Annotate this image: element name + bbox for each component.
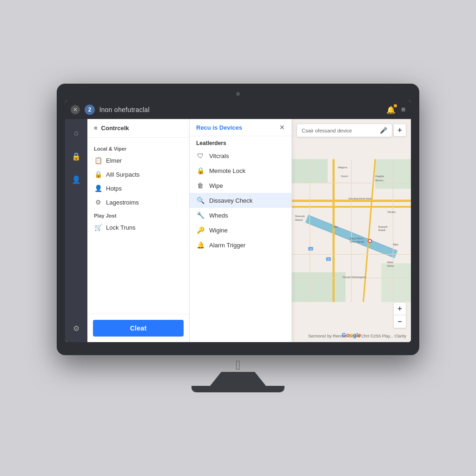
group-label-play: Play Jost [87,209,189,220]
topbar-icons: 🔔 ≡ [386,106,405,114]
notification-icon[interactable]: 🔔 [386,106,396,114]
svg-text:Sanodng-brentn bnop: Sanodng-brentn bnop [349,197,372,200]
lagestroims-label: Lagestroims [106,199,139,206]
cleat-button[interactable]: Cleat [93,320,184,337]
svg-text:Magora: Magora [338,166,347,169]
list-item-lagestroims[interactable]: ⚙ Lagestroims [87,195,189,209]
badge: 2 [85,105,95,115]
monitor-wrap: ✕ 2 lnon ohefutraclal 🔔 ≡ ⌂ 🔒 [57,84,419,392]
svg-point-33 [369,240,371,242]
list-item-surpacts[interactable]: 🔒 Alll Surpacts [87,167,189,181]
svg-text:Treihales: Treihales [387,211,396,213]
app-content: ⌂ 🔒 👤 ⚙ ≡ Contrcelk Local & Viper 📋 [65,119,411,342]
vitcrals-icon: 🛡 [196,152,205,159]
command-wigine[interactable]: 🔑 Wigine [190,223,291,238]
svg-rect-3 [292,272,345,302]
command-section-label: Leatlerders [190,136,291,148]
apple-logo:  [236,358,240,373]
sidebar-icons: ⌂ 🔒 👤 ⚙ [65,119,87,342]
zoom-out-button[interactable]: − [393,315,406,328]
left-panel-footer: Cleat [87,314,189,342]
page-title: lnon ohefutraclal [99,106,382,113]
command-wipe[interactable]: 🗑 Wipe [190,178,291,193]
topbar: ✕ 2 lnon ohefutraclal 🔔 ≡ [65,100,411,119]
dissavey-check-icon: 🔍 [196,197,205,204]
svg-text:Shennely: Shennely [295,215,305,218]
list-item-hotps[interactable]: 👤 Hotps [87,181,189,195]
wheds-label: Wheds [209,212,228,219]
lagestroims-icon: ⚙ [94,198,102,206]
svg-text:Derley: Derley [387,264,394,267]
sidebar-item-settings[interactable]: ⚙ [69,321,84,336]
left-panel-header: ≡ Contrcelk [87,119,189,138]
command-dissavey-check[interactable]: 🔍 Dissavey Check [190,193,291,208]
map-zoom-controls-top: + [393,124,406,137]
sidebar-item-person[interactable]: 👤 [69,172,84,187]
map-container: Magora Shennely Sleanol Sanodng-brentn b… [292,119,411,342]
menu-icon[interactable]: ≡ [401,106,405,114]
zoom-in-button-top[interactable]: + [393,124,406,137]
screen: ✕ 2 lnon ohefutraclal 🔔 ≡ ⌂ 🔒 [65,100,411,342]
map-attribution: Sermons! by Renote! OnMo Chrt ©2S5 Play.… [308,334,406,338]
map-panel: Magora Shennely Sleanol Sanodng-brentn b… [292,119,411,342]
middle-panel-close-button[interactable]: ✕ [279,124,285,131]
middle-panel-header: Recu is Devices ✕ [190,119,291,136]
svg-text:25: 25 [327,258,330,261]
svg-text:Stunet Vainhesgvey: Stunet Vainhesgvey [343,276,366,278]
command-alarm-trigger[interactable]: 🔔 Alarm Trigger [190,238,291,252]
wigine-label: Wigine [209,227,228,234]
sidebar-item-lock[interactable]: 🔒 [69,149,84,164]
svg-text:Sleanol: Sleanol [295,218,303,221]
wheds-icon: 🔧 [196,212,205,219]
monitor-base [192,386,284,392]
hotps-label: Hotps [106,185,122,192]
wigine-icon: 🔑 [196,226,205,234]
svg-text:Stattoll: Stattoll [378,229,386,231]
surpacts-icon: 🔒 [94,171,102,178]
zoom-in-button[interactable]: + [393,302,406,315]
notification-badge [394,104,397,107]
hamburger-icon: ≡ [94,125,98,132]
mic-icon[interactable]: 🎤 [380,127,387,134]
svg-text:Orner Mantlly: Orner Mantlly [350,240,364,243]
search-text: Csair ofessand device [302,128,352,133]
list-item-lock-truns[interactable]: 🛒 Lock Truns [87,220,189,234]
command-wheds[interactable]: 🔧 Wheds [190,208,291,223]
monitor-stand [210,372,266,386]
map-zoom-bottom: + − [393,302,406,328]
elmer-icon: 📋 [94,157,102,164]
map-search-bar[interactable]: Csair ofessand device 🎤 [297,124,392,137]
camera [236,92,240,96]
command-memote-lock[interactable]: 🔒 Memote Lock [190,163,291,178]
monitor-body: ✕ 2 lnon ohefutraclal 🔔 ≡ ⌂ 🔒 [57,84,419,355]
wipe-label: Wipe [209,182,223,189]
svg-text:Hseghts: Hseghts [375,175,384,178]
map-toolbar: Csair ofessand device 🎤 [297,124,392,137]
command-vitcrals[interactable]: 🛡 Vitcrals [190,148,291,163]
svg-text:Hsnto l: Hsnto l [341,175,349,178]
alarm-trigger-icon: 🔔 [196,241,205,249]
svg-text:Wes: Wes [334,226,338,228]
svg-text:Morne L.: Morne L. [375,179,384,182]
svg-text:45: 45 [309,248,312,251]
sidebar-item-home[interactable]: ⌂ [69,126,84,140]
lock-truns-icon: 🛒 [94,224,102,231]
dissavey-check-label: Dissavey Check [209,197,252,204]
list-item-elmer[interactable]: 📋 Elmer [87,153,189,167]
alarm-trigger-label: Alarm Trigger [209,242,245,249]
middle-panel: Recu is Devices ✕ Leatlerders 🛡 Vitcrals… [190,119,292,342]
group-label-local: Local & Viper [87,142,189,153]
wipe-icon: 🗑 [196,182,205,189]
left-panel-title: Contrcelk [101,125,129,132]
elmer-label: Elmer [106,157,122,164]
surpacts-label: Alll Surpacts [106,171,139,178]
svg-text:Mtbo: Mtbo [393,243,399,246]
vitcrals-label: Vitcrals [209,152,229,159]
memote-lock-label: Memote Lock [209,167,245,174]
left-panel: ≡ Contrcelk Local & Viper 📋 Elmer 🔒 Alll… [87,119,190,342]
close-button[interactable]: ✕ [71,105,80,114]
svg-text:Idake: Idake [387,261,393,264]
middle-panel-title: Recu is Devices [196,124,242,131]
svg-rect-4 [381,263,411,302]
lock-truns-label: Lock Truns [106,224,136,231]
